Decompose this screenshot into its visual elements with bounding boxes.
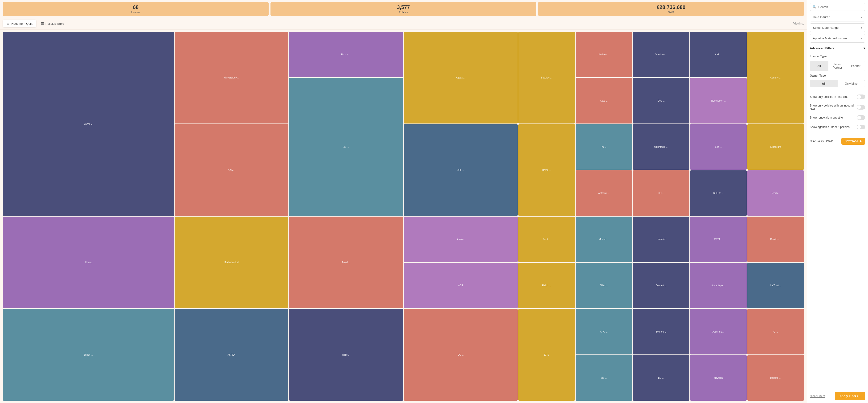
quilt-cell-home[interactable]: Home ... (518, 124, 575, 216)
chevron-down-icon: ▾ (861, 16, 862, 19)
quilt-cell-ceta[interactable]: CETA ... (690, 217, 747, 262)
sidebar-footer: Clear Filters Apply Filters › (807, 389, 868, 403)
quilt-cell-willis[interactable]: Willis ... (289, 309, 403, 401)
toggle-label-inbound-noi: Show only policies with an inbound NOI (810, 104, 857, 111)
quilt-cell-hiscox[interactable]: Hiscox ... (289, 32, 403, 77)
toggle-switch-lead-time[interactable] (857, 94, 865, 99)
quilt-cell-ace[interactable]: ACE (404, 263, 518, 308)
download-button[interactable]: Download ⬇ (841, 137, 865, 145)
toggle-switch-agencies[interactable] (857, 125, 865, 129)
quilt-cell-howden[interactable]: Howden (690, 355, 747, 401)
quilt-cell-ansvar[interactable]: Ansvar (404, 217, 518, 262)
quilt-cell-apc[interactable]: APC ... (576, 309, 632, 354)
quilt-cell-bennett2[interactable]: Bennett ... (633, 309, 689, 354)
advanced-filters-label: Advanced Filters (810, 46, 835, 50)
select-date-range-dropdown[interactable]: Select Date Range ▾ (810, 23, 865, 32)
quilt-cell-bdelite[interactable]: BDElite ... (690, 170, 747, 216)
quilt-cell-rawlins[interactable]: Rawlins ... (747, 217, 804, 262)
quilt-cell-zurich[interactable]: Zurich ... (3, 309, 174, 401)
tab-policies-table-label: Policies Table (45, 22, 64, 26)
csv-section: CSV Policy Details Download ⬇ (810, 137, 865, 145)
stat-policies-value: 3,577 (275, 4, 531, 10)
insurer-type-toggle-group: All Non-Partner Partner (810, 61, 865, 71)
quilt-cell-bennett1[interactable]: Bennett ... (633, 263, 689, 308)
quilt-cell-axa[interactable]: AXA ... (175, 124, 288, 216)
clear-filters-button[interactable]: Clear Filters (810, 395, 825, 398)
quilt-cell-amtrust[interactable]: AmTrust ... (747, 263, 804, 308)
quilt-cell-xl[interactable]: XL ... (289, 78, 403, 216)
insurer-type-all[interactable]: All (810, 61, 829, 71)
quilt-cell-rent[interactable]: Rent ... (518, 217, 575, 262)
tabs-bar: ⊞ Placement Quilt ☰ Policies Table Viewi… (0, 18, 807, 29)
quilt-cell-hli[interactable]: HLI ... (633, 170, 689, 216)
toggle-row-agencies: Show agencies under 5 policies (810, 123, 865, 131)
stat-policies-label: Policies (275, 11, 531, 14)
appetite-matched-dropdown[interactable]: Appetite Matched Insurer ▾ (810, 34, 865, 43)
toggle-switch-renewals[interactable] (857, 115, 865, 120)
quilt-cell-qbe[interactable]: QBE ... (404, 124, 518, 216)
quilt-grid: Aviva ... Markerstudy ... Hiscox ... Age… (3, 32, 804, 401)
quilt-cell-gresham[interactable]: Gresham ... (633, 32, 689, 77)
quilt-cell-the[interactable]: The ... (576, 124, 632, 170)
quilt-cell-homelet[interactable]: Homelet (633, 217, 689, 262)
sidebar: Filters 🔍 Held Insurer ▾ Select Date Ran… (807, 0, 868, 403)
apply-filters-label: Apply Filters (839, 394, 858, 398)
quilt-cell-ridersure[interactable]: RiderSure (747, 124, 804, 170)
advanced-filters-header[interactable]: Advanced Filters ▾ (810, 44, 865, 52)
quilt-cell-markerstudy[interactable]: Markerstudy ... (175, 32, 288, 123)
owner-type-only-mine[interactable]: Only Mine (838, 81, 865, 87)
quilt-cell-ageas[interactable]: Ageas ... (404, 32, 518, 123)
quilt-cell-allied[interactable]: Allied ... (576, 263, 632, 308)
table-icon: ☰ (41, 22, 44, 26)
main-content: 68 Insurers 3,577 Policies £28,736,680 G… (0, 0, 807, 403)
quilt-cell-beech[interactable]: Beech ... (747, 170, 804, 216)
insurer-type-label: Insurer Type (810, 55, 865, 58)
toggle-switch-inbound-noi[interactable] (857, 105, 865, 110)
quilt-cell-allianz[interactable]: Allianz (3, 217, 174, 308)
viewing-label: Viewing: (793, 22, 804, 25)
quilt-cell-aspen[interactable]: ASPEN (175, 309, 288, 401)
quilt-cell-century[interactable]: Century ... (747, 32, 804, 123)
chevron-down-icon-3: ▾ (861, 37, 862, 40)
quilt-cell-beazley[interactable]: Beazley ... (518, 32, 575, 123)
stat-gwp-value: £28,736,680 (543, 4, 799, 10)
chevron-down-icon-2: ▾ (861, 26, 862, 29)
quilt-cell-holgate[interactable]: Holgate ... (747, 355, 804, 401)
quilt-cell-reich[interactable]: Reich ... (518, 263, 575, 308)
stat-policies: 3,577 Policies (271, 2, 536, 16)
quilt-cell-andrew[interactable]: Andrew ... (576, 32, 632, 77)
quilt-cell-geo[interactable]: Geo ... (633, 78, 689, 123)
quilt-cell-ers[interactable]: ERS (518, 309, 575, 401)
quilt-cell-bc[interactable]: BC ... (633, 355, 689, 401)
quilt-cell-aig[interactable]: AIG ... (690, 32, 747, 77)
quilt-cell-advantage[interactable]: Advantage ... (690, 263, 747, 308)
quilt-cell-auto[interactable]: Auto ... (576, 78, 632, 123)
quilt-container: Aviva ... Markerstudy ... Hiscox ... Age… (0, 29, 807, 403)
quilt-cell-eric[interactable]: Eric ... (690, 124, 747, 170)
quilt-cell-ec[interactable]: EC ... (404, 309, 518, 401)
search-input[interactable] (818, 5, 863, 9)
tab-policies-table[interactable]: ☰ Policies Table (37, 20, 68, 27)
quilt-icon: ⊞ (7, 22, 9, 26)
quilt-cell-anthony[interactable]: Anthony ... (576, 170, 632, 216)
stat-insurers-label: Insurers (7, 11, 264, 14)
quilt-cell-morton[interactable]: Morton ... (576, 217, 632, 262)
quilt-cell-c[interactable]: C ... (747, 309, 804, 354)
quilt-cell-wrightsure[interactable]: Wrightsure ... (633, 124, 689, 170)
held-insurer-dropdown[interactable]: Held Insurer ▾ (810, 13, 865, 22)
download-icon: ⬇ (860, 140, 862, 143)
quilt-cell-assurant[interactable]: Assurant ... (690, 309, 747, 354)
quilt-cell-royal[interactable]: Royal ... (289, 217, 403, 308)
quilt-cell-aviva[interactable]: Aviva ... (3, 32, 174, 216)
quilt-cell-ecclesiastical[interactable]: Ecclesiastical (175, 217, 288, 308)
divider-1 (810, 90, 865, 90)
quilt-cell-bib[interactable]: BIB ... (576, 355, 632, 401)
owner-type-all[interactable]: All (810, 81, 838, 87)
insurer-type-non-partner[interactable]: Non-Partner (829, 61, 847, 71)
tab-placement-quilt[interactable]: ⊞ Placement Quilt (3, 20, 36, 27)
select-date-range-label: Select Date Range (813, 26, 839, 29)
quilt-cell-renovation[interactable]: Renovation ... (690, 78, 747, 123)
apply-filters-button[interactable]: Apply Filters › (835, 392, 865, 400)
insurer-type-partner[interactable]: Partner (846, 61, 865, 71)
search-icon: 🔍 (812, 5, 816, 9)
